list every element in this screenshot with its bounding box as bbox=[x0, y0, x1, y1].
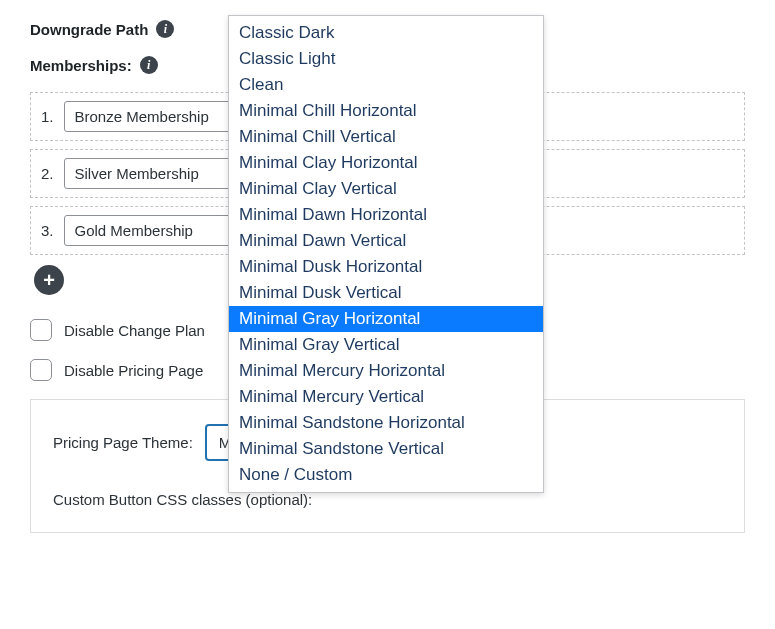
theme-option[interactable]: Minimal Dawn Horizontal bbox=[229, 202, 543, 228]
theme-option[interactable]: Classic Dark bbox=[229, 20, 543, 46]
theme-option[interactable]: Minimal Sandstone Vertical bbox=[229, 436, 543, 462]
theme-option[interactable]: Minimal Gray Vertical bbox=[229, 332, 543, 358]
disable-pricing-page-label: Disable Pricing Page bbox=[64, 362, 203, 379]
membership-index: 2. bbox=[41, 165, 54, 182]
theme-option[interactable]: Minimal Sandstone Horizontal bbox=[229, 410, 543, 436]
disable-pricing-page-checkbox[interactable] bbox=[30, 359, 52, 381]
theme-option[interactable]: Classic Light bbox=[229, 46, 543, 72]
membership-index: 1. bbox=[41, 108, 54, 125]
disable-change-plan-label: Disable Change Plan bbox=[64, 322, 205, 339]
theme-option[interactable]: Minimal Clay Horizontal bbox=[229, 150, 543, 176]
pricing-theme-label: Pricing Page Theme: bbox=[53, 434, 193, 451]
pricing-theme-listbox[interactable]: Classic DarkClassic LightCleanMinimal Ch… bbox=[228, 15, 544, 493]
plus-icon: + bbox=[43, 269, 55, 292]
theme-option[interactable]: Minimal Dusk Horizontal bbox=[229, 254, 543, 280]
membership-index: 3. bbox=[41, 222, 54, 239]
theme-option[interactable]: Minimal Clay Vertical bbox=[229, 176, 543, 202]
theme-option[interactable]: Clean bbox=[229, 72, 543, 98]
theme-option[interactable]: Minimal Chill Horizontal bbox=[229, 98, 543, 124]
disable-change-plan-checkbox[interactable] bbox=[30, 319, 52, 341]
theme-option[interactable]: Minimal Mercury Vertical bbox=[229, 384, 543, 410]
theme-option[interactable]: Minimal Dawn Vertical bbox=[229, 228, 543, 254]
theme-option[interactable]: Minimal Chill Vertical bbox=[229, 124, 543, 150]
custom-css-label: Custom Button CSS classes (optional): bbox=[53, 491, 722, 508]
add-membership-button[interactable]: + bbox=[34, 265, 64, 295]
downgrade-path-label: Downgrade Path bbox=[30, 21, 148, 38]
theme-option[interactable]: None / Custom bbox=[229, 462, 543, 488]
theme-option[interactable]: Minimal Dusk Vertical bbox=[229, 280, 543, 306]
theme-option[interactable]: Minimal Gray Horizontal bbox=[229, 306, 543, 332]
info-icon[interactable]: i bbox=[156, 20, 174, 38]
memberships-label: Memberships: bbox=[30, 57, 132, 74]
theme-option[interactable]: Minimal Mercury Horizontal bbox=[229, 358, 543, 384]
info-icon[interactable]: i bbox=[140, 56, 158, 74]
